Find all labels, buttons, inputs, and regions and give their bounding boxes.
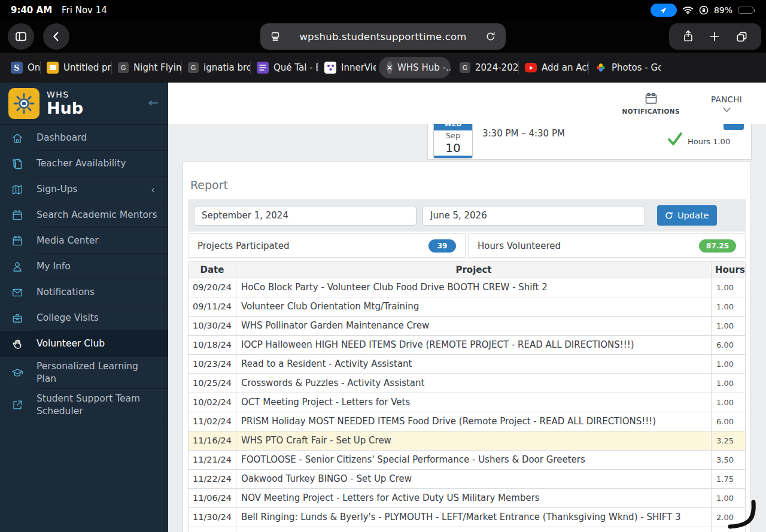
event-action-button[interactable] — [724, 124, 744, 130]
tab-label: ignatia brok... — [203, 62, 250, 73]
map-icon — [11, 183, 25, 196]
cell-hours: 6.00 — [712, 412, 746, 431]
report-table-body: 09/20/24HoCo Block Party - Volunteer Clu… — [189, 278, 746, 532]
sidebar-collapse-arrow-icon[interactable]: ← — [148, 96, 159, 110]
column-header-hours: Hours — [712, 262, 746, 278]
stat-value-badge: 87.25 — [699, 239, 736, 253]
chevron-down-icon — [722, 107, 731, 113]
person-icon — [11, 260, 25, 273]
external-icon — [11, 399, 25, 412]
tab[interactable]: Untitled pre... — [41, 57, 111, 78]
tab[interactable]: SOnli — [5, 57, 40, 78]
cell-project: Oakwood Turkey BINGO - Set Up Crew — [236, 470, 712, 489]
tab-label: InnerView — [341, 62, 376, 73]
table-row: 10/18/24IOCP Halloween HIGH NEED ITEMS D… — [189, 336, 746, 355]
cell-hours: 1.00 — [712, 374, 746, 393]
tab[interactable]: Gignatia brok... — [182, 57, 250, 78]
notifications-button[interactable]: NOTIFICATIONS — [622, 92, 680, 115]
cell-project: HoCo Block Party - Volunteer Club Food D… — [236, 278, 712, 297]
table-row: 11/02/24PRISM Holiday MOST NEEDED ITEMS … — [189, 412, 746, 431]
table-row: 09/20/24HoCo Block Party - Volunteer Clu… — [189, 278, 746, 297]
tab-active[interactable]: WHS Hub -... — [379, 57, 451, 78]
table-row: 11/30/24Bell Ringing: Lunds & Byerly's -… — [189, 508, 746, 527]
table-row: 11/21/24FOOTLOOSE - Senior Citizens' Spe… — [189, 451, 746, 470]
tab-label: 2024-2025... — [475, 62, 518, 73]
event-date-block: WED Sep 10 — [433, 124, 473, 159]
google-photos-icon — [595, 62, 607, 74]
sidebar-item-student-support-team-scheduler[interactable]: Student Support Team Scheduler — [0, 389, 168, 421]
sidebar-item-teacher-availability[interactable]: Teacher Availability — [0, 151, 168, 177]
sidebar-item-search-academic-mentors[interactable]: Search Academic Mentors — [0, 202, 168, 228]
sidebar-item-media-center[interactable]: Media Center — [0, 228, 168, 254]
sidebar-item-my-info[interactable]: My Info — [0, 254, 168, 279]
table-row: 10/02/24OCT Meeting Project - Letters fo… — [189, 393, 746, 412]
brand-hub: Hub — [47, 100, 83, 116]
cell-date: 11/30/24 — [189, 508, 236, 527]
report-stats: Projects Participated39Hours Volunteered… — [188, 233, 746, 258]
stat-label: Projects Participated — [197, 241, 289, 251]
cell-date: 09/11/24 — [189, 297, 236, 317]
page-settings-icon[interactable] — [269, 31, 281, 42]
whs-hub-app: WHS Hub ← DashboardTeacher AvailabilityS… — [0, 83, 766, 532]
sidebar-item-label: College Visits — [37, 312, 99, 324]
sidebar-item-notifications[interactable]: Notifications — [0, 279, 168, 305]
cell-date: 10/18/24 — [189, 336, 236, 355]
cell-project: FOOTLOOSE - Senior Citizens' Special Per… — [236, 451, 712, 470]
rotation-lock-icon — [699, 5, 709, 15]
sidebar-item-volunteer-club[interactable]: Volunteer Club — [0, 331, 168, 357]
stat-card: Projects Participated39 — [188, 233, 466, 258]
sidebar-item-sign-ups[interactable]: Sign-Ups‹ — [0, 177, 168, 202]
tab[interactable]: InnerView — [318, 57, 376, 78]
list-icon — [257, 62, 269, 74]
calendar-notifications-icon — [644, 92, 658, 105]
sidebar-item-label: Media Center — [37, 235, 99, 247]
tab[interactable]: Photos - Go... — [589, 57, 661, 78]
sidebar-item-personalized-learning-plan[interactable]: Personalized Learning Plan — [0, 357, 168, 389]
close-tab-icon[interactable] — [387, 61, 393, 74]
back-button[interactable] — [43, 23, 69, 50]
sidebar-item-dashboard[interactable]: Dashboard — [0, 125, 168, 151]
update-button[interactable]: Update — [657, 205, 717, 226]
pen-stroke-mark — [723, 493, 760, 531]
column-header-date: Date — [189, 262, 236, 278]
new-tab-icon[interactable] — [708, 30, 721, 43]
sidebar-item-college-visits[interactable]: College Visits — [0, 305, 168, 331]
sidebar-toggle-button[interactable] — [8, 23, 34, 50]
tab[interactable]: GNight Flying... — [112, 57, 181, 78]
cell-project: Crosswords & Puzzles - Activity Assistan… — [236, 374, 712, 393]
cell-hours: 3.25 — [712, 431, 746, 451]
briefcase-icon — [11, 312, 25, 325]
start-date-input[interactable] — [194, 206, 417, 226]
report-panel: Report Update Projects Participated39Hou… — [183, 162, 751, 532]
end-date-input[interactable] — [422, 206, 645, 226]
chevron-left-icon: ‹ — [151, 184, 155, 196]
sidebar-menu: DashboardTeacher AvailabilitySign-Ups‹Se… — [0, 125, 168, 421]
tab-label: WHS Hub -... — [397, 62, 451, 73]
cell-hours: 1.00 — [712, 297, 746, 317]
address-bar[interactable]: wpshub.studentsupporttime.com — [260, 23, 506, 50]
event-month: Sep — [434, 130, 472, 141]
tab-label: Photos - Go... — [612, 62, 661, 73]
cell-hours: 1.75 — [712, 470, 746, 489]
cell-project: Read to a Resident - Activity Assistant — [236, 355, 712, 374]
reload-icon[interactable] — [485, 31, 497, 42]
event-time: 3:30 PM – 4:30 PM — [482, 128, 565, 139]
url-text[interactable]: wpshub.studentsupporttime.com — [281, 31, 485, 42]
tabs-overview-icon[interactable] — [735, 30, 749, 44]
user-menu[interactable]: PANCHI — [711, 95, 742, 113]
youtube-icon — [525, 63, 537, 72]
cell-date: 11/06/24 — [189, 489, 236, 508]
calendar-icon — [11, 235, 25, 248]
share-icon[interactable] — [682, 29, 695, 44]
tab-label: Night Flying... — [133, 62, 181, 73]
brand-whs: WHS — [47, 90, 83, 99]
table-row: 10/30/24WHS Pollinator Garden Maintenanc… — [189, 317, 746, 336]
event-hours-label: Hours 1.00 — [688, 137, 730, 147]
tab[interactable]: G2024-2025... — [454, 57, 518, 78]
scroll-region: WED Sep 10 3:30 PM – 4:30 PM Hours 1.00 … — [168, 124, 766, 532]
tab[interactable]: Qué Tal - El... — [251, 57, 318, 78]
gradcap-icon — [11, 366, 25, 379]
tab[interactable]: Add an Acti... — [519, 57, 588, 78]
user-name: PANCHI — [711, 95, 742, 104]
table-row: 11/16/24WHS PTO Craft Fair - Set Up Crew… — [189, 431, 746, 451]
